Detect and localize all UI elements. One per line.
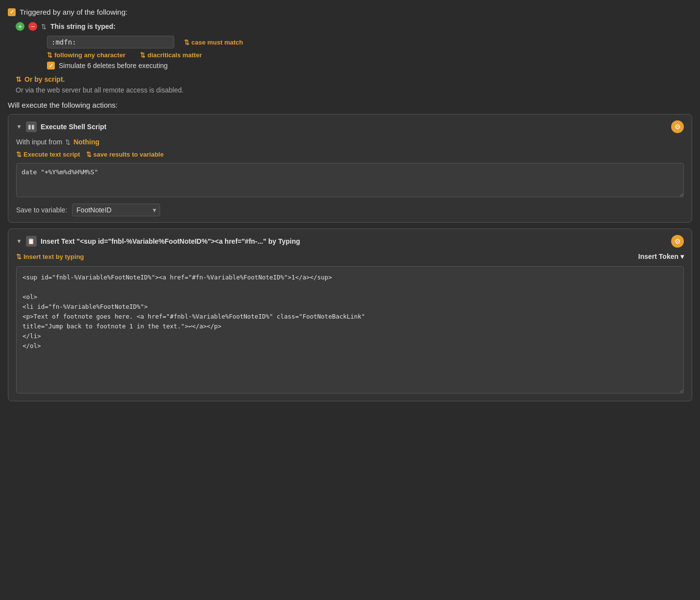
save-variable-label: Save to variable: [16, 206, 67, 214]
webserver-row: Or via the web server but all remote acc… [16, 86, 692, 94]
simulate-row: Simulate 6 deletes before executing [47, 62, 692, 69]
trigger-checkbox[interactable] [8, 8, 16, 16]
insert-text-gear-button[interactable]: ⚙ [671, 235, 684, 248]
or-script-stepper: ⇅ [16, 75, 22, 83]
add-trigger-button[interactable] [16, 22, 24, 31]
case-must-match-button[interactable]: ⇅ case must match [184, 39, 243, 46]
action-card-header: ▼ ▮▮ Execute Shell Script ⚙ [16, 120, 684, 133]
options-row: ⇅ following any character ⇅ diacriticals… [47, 51, 692, 59]
simulate-label: Simulate 6 deletes before executing [59, 62, 168, 69]
trigger-section: Triggered by any of the following: ⇅ Thi… [8, 8, 692, 94]
will-execute-label: Will execute the following actions: [8, 101, 692, 109]
following-char-button[interactable]: ⇅ following any character [47, 51, 125, 59]
diacriticals-button[interactable]: ⇅ diacriticals matter [140, 51, 202, 59]
insert-text-icon: 📋 [26, 236, 37, 247]
stepper-icon[interactable]: ⇅ [41, 23, 47, 30]
gear-icon: ⚙ [675, 123, 681, 131]
input-from-value[interactable]: Nothing [73, 138, 99, 146]
simulate-checkbox[interactable] [47, 62, 55, 69]
insert-text-gear-icon: ⚙ [675, 237, 681, 245]
string-input-row: ⇅ case must match [47, 36, 692, 48]
insert-type-button[interactable]: ⇅ Insert text by typing [16, 253, 84, 260]
action-card-insert-text: ▼ 📋 Insert Text "<sup id="fnbl-%Variable… [8, 229, 692, 401]
insert-text-collapse-arrow[interactable]: ▼ [16, 238, 22, 245]
insert-text-textarea[interactable]: <sup id="fnbl-%Variable%FootNoteID%"><a … [16, 266, 684, 393]
action-header-left: ▼ ▮▮ Execute Shell Script [16, 121, 107, 132]
insert-type-row: ⇅ Insert text by typing Insert Token ▾ [16, 253, 684, 260]
insert-token-button[interactable]: Insert Token ▾ [638, 253, 684, 260]
shell-script-icon: ▮▮ [26, 121, 37, 132]
diacriticals-stepper-icon: ⇅ [140, 51, 145, 59]
insert-token-label: Insert Token [638, 253, 678, 260]
collapse-arrow[interactable]: ▼ [16, 123, 22, 130]
shell-script-title: Execute Shell Script [41, 123, 107, 131]
input-from-label: With input from [16, 138, 62, 146]
string-input-area: ⇅ case must match ⇅ following any charac… [47, 36, 692, 69]
trigger-header: Triggered by any of the following: [8, 8, 692, 16]
string-typed-label: This string is typed: [50, 23, 116, 30]
following-stepper-icon: ⇅ [47, 51, 52, 59]
variable-select[interactable]: FootNoteID [72, 204, 160, 216]
variable-select-wrapper: FootNoteID [72, 204, 160, 216]
insert-text-header: ▼ 📋 Insert Text "<sup id="fnbl-%Variable… [16, 235, 684, 248]
trigger-string-input[interactable] [47, 36, 174, 48]
script-textarea[interactable]: date "+%Y%m%d%H%M%S" [16, 163, 684, 197]
insert-type-label: Insert text by typing [23, 253, 84, 260]
save-results-label: save results to variable [93, 151, 164, 158]
insert-text-header-left: ▼ 📋 Insert Text "<sup id="fnbl-%Variable… [16, 236, 300, 247]
or-script-label: Or by script. [24, 75, 65, 83]
save-results-button[interactable]: ⇅ save results to variable [86, 151, 164, 158]
exec-options-row: ⇅ Execute text script ⇅ save results to … [16, 151, 684, 158]
exec-type-label: Execute text script [23, 151, 80, 158]
save-results-stepper: ⇅ [86, 151, 92, 158]
exec-type-stepper: ⇅ [16, 151, 22, 158]
save-variable-row: Save to variable: FootNoteID [16, 204, 684, 216]
insert-type-stepper: ⇅ [16, 253, 22, 260]
action-card-shell-script: ▼ ▮▮ Execute Shell Script ⚙ With input f… [8, 114, 692, 223]
webserver-text: Or via the web server but all remote acc… [16, 86, 184, 94]
input-from-row: With input from ⇅ Nothing [16, 138, 684, 146]
input-from-stepper[interactable]: ⇅ [65, 138, 70, 146]
remove-trigger-button[interactable] [28, 22, 37, 31]
insert-text-title: Insert Text "<sup id="fnbl-%Variable%Foo… [41, 237, 300, 245]
exec-type-button[interactable]: ⇅ Execute text script [16, 151, 80, 158]
case-stepper-icon: ⇅ [184, 39, 189, 46]
or-script-row: ⇅ Or by script. [16, 75, 692, 83]
shell-script-gear-button[interactable]: ⚙ [671, 120, 684, 133]
insert-token-chevron: ▾ [680, 253, 684, 260]
trigger-title: Triggered by any of the following: [20, 8, 127, 16]
string-trigger-row: ⇅ This string is typed: [16, 22, 692, 31]
